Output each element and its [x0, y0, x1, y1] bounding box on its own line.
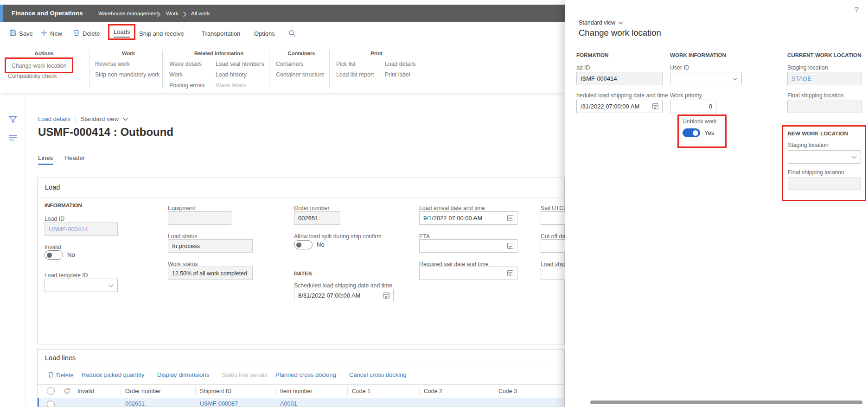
highlight-box-unblock-work: Unblock work Yes — [677, 114, 727, 148]
tab-header[interactable]: Header — [64, 154, 85, 161]
new-location-group: NEW WORK LOCATION — [788, 130, 860, 136]
planned-cross-docking-button[interactable]: Planned cross docking — [275, 371, 336, 378]
panel-scheduled-field[interactable]: /31/2022 07:00:00 AM — [576, 100, 663, 113]
accent-strip — [0, 5, 3, 22]
required-sail-field[interactable] — [419, 267, 517, 280]
breadcrumb-warehouse-management[interactable]: Warehouse management — [98, 5, 158, 22]
cell-order-number[interactable]: 002651 — [125, 401, 145, 407]
left-rail — [0, 93, 26, 407]
panel-view-selector[interactable]: Standard view — [579, 19, 615, 26]
select-all-radio[interactable] — [47, 387, 55, 395]
cut-off-label: Cut off dat — [541, 233, 567, 240]
save-button[interactable]: Save — [9, 28, 33, 39]
cell-shipment-id[interactable]: USMF-000087 — [200, 401, 238, 407]
cell-item-number[interactable]: A0001 — [280, 401, 297, 407]
panel-scheduled-label: heduled load shipping date and time — [576, 92, 668, 99]
ribbon-item-load-history[interactable]: Load history — [216, 71, 247, 78]
user-id-label: User ID — [670, 64, 689, 71]
ribbon-item-load-list-report[interactable]: Load list report — [336, 71, 374, 78]
ribbon-item-wave-details[interactable]: Wave details — [169, 61, 202, 67]
search-icon[interactable] — [288, 28, 296, 39]
refresh-icon[interactable] — [64, 388, 70, 396]
ribbon-item-container-structure[interactable]: Container structure — [276, 71, 325, 78]
column-code-2[interactable]: Code 2 — [424, 388, 442, 394]
ribbon-item-print-label[interactable]: Print label — [385, 71, 410, 78]
reduce-picked-quantity-button[interactable]: Reduce picked quantity — [82, 371, 144, 378]
row-radio[interactable] — [47, 401, 55, 407]
ribbon-item-load-seal-numbers[interactable]: Load seal numbers — [216, 61, 264, 67]
menu-tab-ship-and-receive[interactable]: Ship and receive — [139, 28, 184, 39]
ribbon-item-posting-errors[interactable]: Posting errors — [169, 82, 205, 89]
calendar-icon[interactable] — [652, 103, 658, 109]
new-button[interactable]: New — [41, 28, 62, 39]
grid-header-row: Invalid Order number Shipment ID Item nu… — [38, 384, 564, 399]
cancel-cross-docking-button[interactable]: Cancel cross docking — [349, 371, 407, 378]
unblock-work-toggle[interactable] — [683, 128, 700, 137]
view-selector[interactable]: Standard view — [81, 115, 119, 122]
column-code-3[interactable]: Code 3 — [498, 388, 517, 394]
user-id-combo[interactable] — [670, 72, 742, 85]
grid-delete-button[interactable]: Delete — [48, 371, 74, 379]
ribbon-item-reverse-work[interactable]: Reverse work — [95, 61, 130, 67]
ribbon-group-print: Print — [370, 51, 383, 56]
work-priority-field[interactable]: 0 — [670, 100, 716, 113]
information-group-header: INFORMATION — [45, 202, 82, 208]
load-template-combo[interactable] — [45, 279, 118, 292]
equipment-field — [168, 211, 231, 225]
column-item-number[interactable]: Item number — [280, 388, 313, 394]
equipment-label: Equipment — [168, 205, 195, 211]
filter-icon[interactable] — [9, 116, 17, 126]
highlight-box-loads: Loads — [108, 24, 135, 40]
breadcrumb-work[interactable]: Work — [166, 5, 179, 22]
invalid-toggle[interactable] — [45, 250, 63, 260]
menu-tab-loads[interactable]: Loads — [114, 28, 130, 38]
horizontal-scrollbar[interactable] — [590, 401, 862, 404]
panel-load-id-label: ad ID — [576, 64, 590, 71]
plus-icon — [41, 30, 47, 38]
table-row[interactable]: 002651 USMF-000087 A0001 — [38, 398, 564, 407]
ribbon-item-pick-list[interactable]: Pick list — [336, 61, 356, 67]
chevron-down-icon[interactable] — [618, 19, 623, 26]
new-label: New — [50, 30, 62, 37]
new-staging-label: Staging location — [788, 142, 860, 148]
ribbon-item-containers[interactable]: Containers — [276, 61, 303, 67]
scheduled-ship-field[interactable]: 8/31/2022 07:00:00 AM — [294, 289, 394, 302]
ribbon-item-change-work-location[interactable]: Change work location — [12, 63, 66, 69]
order-number-field: 002651 — [294, 211, 340, 225]
eta-field[interactable] — [419, 239, 517, 253]
chevron-down-icon — [108, 282, 114, 289]
column-shipment-id[interactable]: Shipment ID — [200, 388, 231, 394]
display-dimensions-button[interactable]: Display dimensions — [157, 371, 209, 378]
calendar-icon[interactable] — [507, 215, 513, 221]
ribbon-item-work[interactable]: Work — [169, 71, 182, 78]
new-staging-combo[interactable] — [788, 150, 861, 164]
load-details-link[interactable]: Load details — [38, 115, 70, 122]
ribbon-item-load-details[interactable]: Load details — [385, 61, 415, 67]
load-section-title[interactable]: Load — [45, 184, 60, 191]
chevron-down-icon — [733, 75, 738, 82]
tab-lines[interactable]: Lines — [38, 154, 53, 161]
calendar-icon[interactable] — [507, 243, 513, 249]
chevron-down-icon[interactable] — [123, 115, 128, 122]
column-invalid[interactable]: Invalid — [77, 388, 94, 394]
load-lines-title[interactable]: Load lines — [45, 354, 76, 362]
highlight-box-change-work-location: Change work location — [5, 57, 73, 73]
ribbon-item-skip-non-mandatory-work[interactable]: Skip non-mandatory work — [95, 71, 160, 78]
ribbon-item-compatibility-check[interactable]: Compatibility check — [8, 73, 57, 79]
delete-button[interactable]: Delete — [73, 28, 100, 39]
work-priority-label: Work priority — [670, 92, 702, 99]
calendar-icon[interactable] — [507, 270, 513, 276]
allow-split-toggle[interactable] — [294, 240, 313, 249]
column-code-1[interactable]: Code 1 — [352, 388, 370, 394]
task-list-icon[interactable] — [9, 134, 17, 143]
menu-tab-options[interactable]: Options — [254, 28, 275, 39]
calendar-icon[interactable] — [383, 293, 389, 299]
ribbon-group-work: Work — [122, 51, 135, 56]
commandbar-divider — [103, 26, 103, 40]
panel-scroll-viewport: Standard view Change work location FORMA… — [576, 0, 868, 407]
load-arrival-field[interactable]: 9/1/2022 07:00:00 AM — [419, 211, 517, 225]
breadcrumb-all-work[interactable]: All work — [191, 5, 210, 22]
section-divider — [38, 197, 564, 197]
menu-tab-transportation[interactable]: Transportation — [202, 28, 240, 39]
column-order-number[interactable]: Order number — [125, 388, 161, 394]
